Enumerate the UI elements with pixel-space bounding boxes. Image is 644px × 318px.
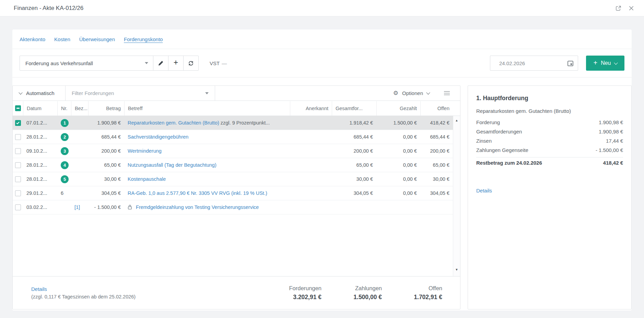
footer-left: Details (zzgl. 0,117 € Tageszinsen ab de… (31, 286, 136, 299)
cell-nr: 6 (57, 190, 71, 196)
betreff-link[interactable]: Kostenpauschale (128, 176, 166, 182)
table-row[interactable]: 28.01.2... 2 685,44 € Sachverständigenge… (13, 130, 453, 144)
row-checkbox[interactable] (15, 190, 21, 196)
row-checkbox[interactable] (15, 204, 21, 210)
cell-offen: 418,42 € (420, 120, 453, 126)
open-external-icon[interactable] (615, 5, 621, 11)
total-value: 3.202,91 € (283, 294, 321, 301)
edit-claim-button[interactable] (153, 56, 168, 70)
col-bez[interactable]: Bez... (71, 101, 88, 116)
detail-row-gesamtforderungen: Gesamtforderungen 1.900,98 € (476, 127, 623, 136)
table-row[interactable]: 28.01.2... 4 65,00 € Nutzungsausfall (Ta… (13, 158, 453, 172)
interest-note: (zzgl. 0,117 € Tageszinsen ab dem 25.02.… (31, 294, 136, 299)
select-all-checkbox[interactable] (15, 105, 21, 111)
mode-dropdown[interactable]: Automatisch (13, 86, 66, 101)
gear-icon: ⚙ (393, 90, 398, 96)
table-row[interactable]: 03.02.2... [1] - 1.500,00 € Fremdgeldein… (13, 200, 453, 214)
claim-type-select[interactable]: Forderung aus Verkehrsunfall (20, 56, 153, 70)
detail-value: - 1.500,00 € (596, 145, 623, 155)
col-betreff[interactable]: Betreff (124, 101, 290, 116)
betreff-link[interactable]: Nutzungsausfall (Tag der Begutachtung) (128, 162, 216, 168)
chevron-down-icon (426, 91, 430, 94)
betreff-link[interactable]: RA-Geb. 1,0 aus 2.577,90 € Nr. 3305 VV R… (128, 190, 267, 196)
claims-table-panel: Automatisch Filter Forderungen ⚙ Optione… (12, 85, 460, 309)
tab-ueberweisungen[interactable]: Überweisungen (79, 36, 115, 42)
table-header: Datum Nr. Bez... Betrag Betreff Anerkann… (13, 101, 460, 116)
betreff-link[interactable]: Sachverständigengebühren (128, 134, 188, 140)
cell-gesamtforderung: 685,44 € (332, 134, 376, 140)
cell-offen: 200,00 € (420, 148, 453, 154)
betreff-link[interactable]: Wertminderung (128, 148, 162, 154)
cell-offen: 30,00 € (420, 176, 453, 182)
detail-total-value: 418,42 € (603, 160, 623, 166)
row-checkbox[interactable] (15, 176, 21, 182)
detail-subtitle: Reparaturkosten gem. Gutachten (Brutto) (476, 107, 623, 115)
date-value: 24.02.2026 (499, 60, 525, 66)
refresh-button[interactable] (183, 56, 198, 70)
filter-bar: Automatisch Filter Forderungen ⚙ Optione… (13, 86, 460, 101)
cell-bez: [1] (71, 204, 88, 210)
total-label: Forderungen (283, 285, 321, 292)
nr-badge: 2 (61, 133, 69, 141)
detail-details-link[interactable]: Details (476, 188, 492, 193)
calendar-icon[interactable] (567, 60, 574, 67)
vst-value: — (222, 60, 227, 66)
cell-betreff: Sachverständigengebühren (124, 134, 290, 140)
col-gesamtforderung[interactable]: Gesamtfor... (332, 101, 376, 116)
cell-offen: 304,05 € (420, 190, 453, 196)
row-checkbox[interactable] (15, 134, 21, 140)
col-gezahlt[interactable]: Gezahlt (376, 101, 420, 116)
menu-icon[interactable] (444, 91, 450, 95)
row-checkbox[interactable] (15, 120, 21, 126)
new-button[interactable]: + Neu (586, 56, 624, 71)
table-row[interactable]: 28.01.2... 5 30,00 € Kostenpauschale 30,… (13, 172, 453, 186)
claim-select-group: Forderung aus Verkehrsunfall + (20, 56, 199, 71)
cell-datum: 28.01.2... (23, 134, 57, 140)
tab-kosten[interactable]: Kosten (54, 36, 70, 42)
tab-bar: Aktenkonto Kosten Überweisungen Forderun… (12, 30, 632, 49)
col-anerkannt[interactable]: Anerkannt (290, 101, 332, 116)
detail-row-zinsen: Zinsen 17,44 € (476, 136, 623, 145)
cell-gesamtforderung: 65,00 € (332, 162, 376, 168)
table-row[interactable]: 29.01.2... 6 304,05 € RA-Geb. 1,0 aus 2.… (13, 186, 453, 200)
cell-gezahlt: 0,00 € (376, 148, 420, 154)
col-offen[interactable]: Offen (420, 101, 453, 116)
row-checkbox-cell (13, 162, 23, 168)
table-row[interactable]: 09.10.2... 3 200,00 € Wertminderung 200,… (13, 144, 453, 158)
vertical-scrollbar[interactable]: ▲ ▼ (453, 116, 460, 276)
cell-gezahlt: 0,00 € (376, 190, 420, 196)
cell-nr: 3 (57, 147, 71, 155)
betreff-suffix: zzgl. 9 Prozentpunkt... (219, 120, 270, 126)
chevron-down-icon (145, 62, 148, 64)
add-claim-button[interactable]: + (168, 56, 183, 70)
details-link[interactable]: Details (31, 286, 47, 292)
cell-datum: 09.10.2... (23, 148, 57, 154)
table-row[interactable]: 07.01.2... 1 1.900,98 € Reparaturkosten … (13, 116, 453, 130)
tab-forderungskonto[interactable]: Forderungskonto (124, 36, 163, 42)
filter-input[interactable]: Filter Forderungen (66, 86, 215, 101)
col-betrag[interactable]: Betrag (88, 101, 124, 116)
row-checkbox[interactable] (15, 148, 21, 154)
row-checkbox-cell (13, 190, 23, 196)
cell-datum: 07.01.2... (23, 120, 57, 126)
cell-gezahlt: 1.500,00 € (376, 120, 420, 126)
options-button[interactable]: ⚙ Optionen (393, 90, 430, 96)
table-body: 07.01.2... 1 1.900,98 € Reparaturkosten … (13, 116, 460, 276)
scroll-down-icon[interactable]: ▼ (455, 268, 458, 271)
scroll-up-icon[interactable]: ▲ (455, 119, 458, 122)
date-input[interactable]: 24.02.2026 (490, 56, 578, 71)
tab-aktenkonto[interactable]: Aktenkonto (20, 36, 45, 42)
betreff-link[interactable]: Reparaturkosten gem. Gutachten (Brutto) (128, 120, 219, 126)
detail-label: Forderung (476, 118, 500, 127)
chevron-down-icon (205, 92, 209, 94)
cell-gesamtforderung: 30,00 € (332, 176, 376, 182)
col-nr[interactable]: Nr. (57, 101, 71, 116)
cell-betreff: Reparaturkosten gem. Gutachten (Brutto) … (124, 120, 290, 126)
betreff-link[interactable]: Fremdgeldeinzahlung von Testing Versiche… (136, 204, 259, 210)
window-title: Finanzen - Akte KA-012/26 (14, 5, 615, 12)
finance-card: Aktenkonto Kosten Überweisungen Forderun… (12, 30, 632, 310)
options-label: Optionen (402, 90, 423, 96)
close-icon[interactable] (628, 5, 634, 11)
col-datum[interactable]: Datum (23, 101, 57, 116)
row-checkbox[interactable] (15, 162, 21, 168)
